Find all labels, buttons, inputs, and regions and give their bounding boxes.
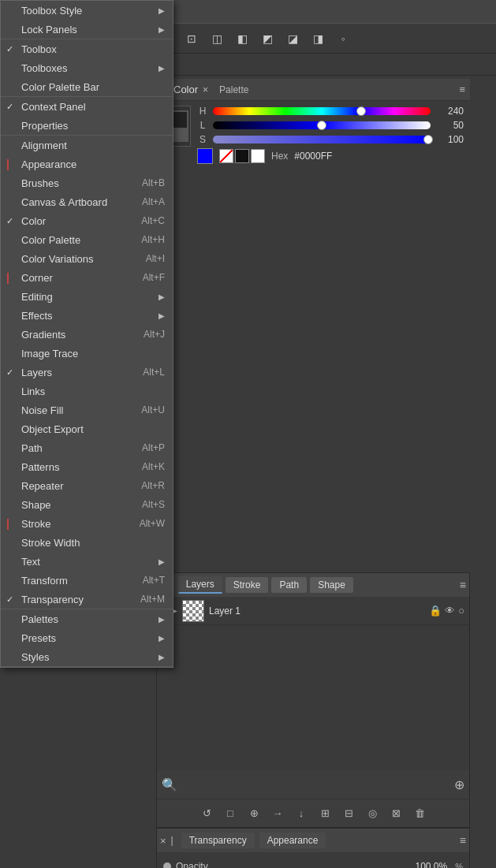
color-palette-shortcut: Alt+H bbox=[141, 234, 165, 245]
l-slider[interactable] bbox=[213, 121, 431, 129]
tab-appearance[interactable]: Appearance bbox=[259, 833, 326, 848]
menu-item-stroke-width[interactable]: Stroke Width bbox=[1, 533, 173, 552]
menu-item-effects[interactable]: Effects ▶ bbox=[1, 306, 173, 325]
tb-icon-10[interactable]: ◧ bbox=[230, 27, 254, 50]
transparency-label: Transparency bbox=[21, 594, 84, 605]
menu-item-toolbox-style[interactable]: Toolbox Style ▶ bbox=[1, 1, 173, 20]
menu-item-styles[interactable]: Styles ▶ bbox=[1, 647, 173, 666]
layer-thumbnail bbox=[182, 600, 204, 622]
trans-close[interactable]: × bbox=[160, 835, 166, 847]
layer-action-move-down[interactable]: ↓ bbox=[291, 803, 311, 824]
layer-action-square[interactable]: □ bbox=[220, 803, 241, 824]
menu-item-toolbox[interactable]: ✓ Toolbox bbox=[1, 39, 173, 58]
menu-item-object-export[interactable]: Object Export bbox=[1, 419, 173, 438]
menu-section-1: Toolbox Style ▶ Lock Panels ▶ bbox=[1, 1, 173, 39]
presets-label: Presets bbox=[21, 632, 56, 644]
slash-swatch[interactable] bbox=[219, 149, 233, 163]
menu-item-corner[interactable]: | Corner Alt+F bbox=[1, 268, 173, 287]
color-menu-label: Color bbox=[21, 215, 46, 227]
menu-item-color-variations[interactable]: Color Variations Alt+I bbox=[1, 249, 173, 268]
menu-item-properties[interactable]: Properties bbox=[1, 116, 173, 135]
tb-icon-11[interactable]: ◩ bbox=[255, 27, 279, 50]
menu-item-patterns[interactable]: Patterns Alt+K bbox=[1, 457, 173, 476]
menu-item-transform[interactable]: Transform Alt+T bbox=[1, 571, 173, 590]
layer-action-cross[interactable]: ⊠ bbox=[386, 803, 406, 824]
tab-shape[interactable]: Shape bbox=[310, 577, 353, 593]
noise-fill-label: Noise Fill bbox=[21, 404, 63, 416]
layer-lock-icon[interactable]: 🔒 bbox=[429, 605, 442, 617]
color-panel-body: P H 240 L 50 S bbox=[156, 101, 470, 169]
canvas-artboard-shortcut: Alt+A bbox=[142, 196, 165, 207]
object-export-label: Object Export bbox=[21, 423, 84, 435]
menu-item-alignment[interactable]: Alignment bbox=[1, 136, 173, 155]
menu-item-text[interactable]: Text ▶ bbox=[1, 552, 173, 571]
trans-menu[interactable]: ≡ bbox=[460, 834, 466, 847]
layer-action-repeat[interactable]: ↺ bbox=[196, 803, 217, 824]
menu-item-color[interactable]: ✓ Color Alt+C bbox=[1, 211, 173, 230]
black-swatch[interactable] bbox=[235, 149, 249, 163]
tb-icon-8[interactable]: ⊡ bbox=[180, 27, 203, 50]
menu-item-stroke[interactable]: | Stroke Alt+W bbox=[1, 514, 173, 533]
layer-eye-icon[interactable]: 👁 bbox=[445, 605, 455, 617]
layers-panel-menu[interactable]: ≡ bbox=[460, 579, 466, 591]
menu-item-context-panel[interactable]: ✓ Context Panel bbox=[1, 97, 173, 116]
menu-item-brushes[interactable]: Brushes Alt+B bbox=[1, 173, 173, 192]
menu-item-appearance[interactable]: | Appearance bbox=[1, 155, 173, 173]
menu-item-path[interactable]: Path Alt+P bbox=[1, 438, 173, 457]
menu-item-links[interactable]: Links bbox=[1, 382, 173, 400]
tab-layers[interactable]: Layers bbox=[178, 576, 222, 594]
layers-search-icon[interactable]: 🔍 bbox=[162, 777, 177, 792]
layer-action-add[interactable]: ⊕ bbox=[244, 803, 264, 824]
menu-section-5: Palettes ▶ Presets ▶ Styles ▶ bbox=[1, 609, 173, 667]
hex-label: Hex bbox=[271, 151, 288, 162]
menu-item-presets[interactable]: Presets ▶ bbox=[1, 628, 173, 647]
trans-dot bbox=[163, 862, 171, 868]
blue-swatch[interactable] bbox=[197, 148, 213, 164]
s-label: S bbox=[197, 134, 208, 145]
menu-item-repeater[interactable]: Repeater Alt+R bbox=[1, 476, 173, 495]
color-panel-menu[interactable]: ≡ bbox=[459, 84, 465, 95]
white-swatch[interactable] bbox=[251, 149, 265, 163]
layer-circle-icon[interactable]: ○ bbox=[458, 605, 464, 617]
menu-item-toolboxes[interactable]: Toolboxes ▶ bbox=[1, 58, 173, 77]
menu-section-4: Alignment | Appearance Brushes Alt+B Can… bbox=[1, 136, 173, 609]
menu-item-editing[interactable]: Editing ▶ bbox=[1, 287, 173, 306]
canvas-artboard-label: Canvas & Artboard bbox=[21, 196, 107, 208]
color-panel-close[interactable]: × bbox=[203, 84, 208, 95]
tab-stroke[interactable]: Stroke bbox=[226, 577, 269, 593]
layer-action-remove[interactable]: ⊟ bbox=[338, 803, 359, 824]
menu-item-lock-panels[interactable]: Lock Panels ▶ bbox=[1, 20, 173, 39]
menu-item-canvas-artboard[interactable]: Canvas & Artboard Alt+A bbox=[1, 192, 173, 211]
layer-action-delete[interactable]: 🗑 bbox=[409, 803, 430, 824]
menu-item-palettes[interactable]: Palettes ▶ bbox=[1, 609, 173, 628]
menu-item-image-trace[interactable]: Image Trace bbox=[1, 344, 173, 363]
layer-action-target[interactable]: ◎ bbox=[362, 803, 382, 824]
tb-icon-9[interactable]: ◫ bbox=[205, 27, 229, 50]
layers-tab-row: × | Layers Stroke Path Shape ≡ bbox=[157, 573, 469, 597]
tb-icon-12[interactable]: ◪ bbox=[281, 27, 304, 50]
layer-row-1[interactable]: ▶ Layer 1 🔒 👁 ○ bbox=[157, 597, 469, 625]
h-slider[interactable] bbox=[213, 107, 431, 115]
lock-panels-arrow: ▶ bbox=[158, 25, 165, 34]
s-value: 100 bbox=[435, 134, 464, 145]
menu-item-noise-fill[interactable]: Noise Fill Alt+U bbox=[1, 400, 173, 419]
trans-pin[interactable]: | bbox=[171, 835, 173, 846]
s-slider[interactable] bbox=[213, 136, 431, 143]
layer-action-move-right[interactable]: → bbox=[267, 803, 288, 824]
tab-transparency[interactable]: Transparency bbox=[181, 833, 255, 848]
tb-icon-13[interactable]: ◨ bbox=[306, 27, 330, 50]
panels-dropdown-menu[interactable]: Toolbox Style ▶ Lock Panels ▶ ✓ Toolbox … bbox=[0, 0, 173, 668]
menu-item-gradients[interactable]: Gradients Alt+J bbox=[1, 325, 173, 344]
tab-path[interactable]: Path bbox=[271, 577, 307, 593]
menu-item-transparency[interactable]: ✓ Transparency Alt+M bbox=[1, 590, 173, 609]
tb-icon-14[interactable]: ◦ bbox=[331, 27, 355, 50]
menu-item-shape[interactable]: Shape Alt+S bbox=[1, 495, 173, 514]
editing-label: Editing bbox=[21, 291, 53, 303]
menu-item-color-palette-bar[interactable]: Color Palette Bar bbox=[1, 77, 173, 96]
transform-label: Transform bbox=[21, 575, 68, 587]
layer-action-grid[interactable]: ⊞ bbox=[315, 803, 335, 824]
menu-item-layers[interactable]: ✓ Layers Alt+L bbox=[1, 363, 173, 382]
layers-zoom-icon[interactable]: ⊕ bbox=[454, 777, 464, 792]
toolboxes-label: Toolboxes bbox=[21, 62, 68, 74]
menu-item-color-palette[interactable]: Color Palette Alt+H bbox=[1, 230, 173, 249]
